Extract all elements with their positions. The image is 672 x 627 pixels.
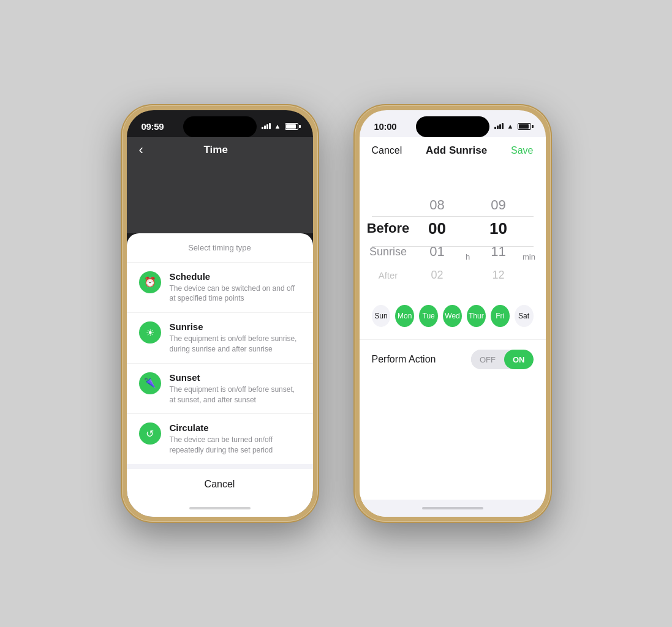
wifi-icon-right: ▲ [507,122,514,130]
page-title-right: Add Sunrise [426,145,487,157]
bottom-sheet: Select timing type ⏰ Schedule The device… [127,233,313,517]
picker-hour-08 [416,170,459,193]
picker-label-after: After [379,263,404,287]
days-row: SunMonTueWedThurFriSat [360,299,546,339]
picker-label-column: Before Sunrise After [367,170,416,287]
phone1-content: ‹ Time Select timing type ⏰ Schedule The… [127,137,313,517]
schedule-text: Schedule The device can be switched on a… [170,271,301,304]
dark-area: ‹ Time [127,137,313,233]
wifi-icon-left: ▲ [274,122,281,130]
nav-bar-left: ‹ Time [127,137,313,163]
picker-min-label: min [523,243,535,270]
sunset-text: Sunset The equipment is on/off before su… [170,372,301,405]
picker-min-09: 09 [477,193,520,217]
picker-min-empty [477,170,520,193]
circulate-desc: The device can be turned on/off repeated… [170,435,301,456]
picker-label-empty2 [388,193,395,217]
phone2-content: Cancel Add Sunrise Save Before Sunrise A… [360,137,546,517]
picker-label-before: Before [367,217,416,240]
home-indicator-left [127,500,313,517]
cancel-button-right[interactable]: Cancel [372,145,402,156]
page-title-left: Time [143,144,289,156]
signal-icon-left [262,123,271,129]
picker-min-12: 12 [477,263,520,287]
sunset-icon: 🌂 [139,372,161,394]
picker-hours-column: 08 00 01 02 [416,170,459,287]
dynamic-island-left [183,116,257,137]
timing-item-circulate[interactable]: ↺ Circulate The device can be turned on/… [127,413,313,464]
circulate-text: Circulate The device can be turned on/of… [170,422,301,456]
picker-hour-selected: 00 [416,217,459,240]
picker-mins-column: 09 10 11 12 [477,170,520,287]
sunrise-title: Sunrise [170,321,301,332]
picker-label-empty [388,170,395,193]
day-btn-fri[interactable]: Fri [491,305,510,327]
status-time-right: 10:00 [374,121,397,132]
day-btn-wed[interactable]: Wed [443,305,462,327]
toggle-off[interactable]: OFF [471,350,504,369]
picker-min-selected: 10 [477,217,520,240]
battery-icon-left [285,123,298,130]
status-time-left: 09:59 [142,121,164,132]
timing-item-sunrise[interactable]: ☀ Sunrise The equipment is on/off before… [127,312,313,363]
picker-hour-pre: 08 [416,193,459,217]
picker-hour-01: 01 [416,240,459,263]
signal-icon-right [494,123,504,129]
day-btn-mon[interactable]: Mon [395,305,414,327]
day-btn-sun[interactable]: Sun [372,305,391,327]
status-icons-right: ▲ [494,122,531,130]
toggle-switch[interactable]: OFF ON [471,350,534,369]
picker-area[interactable]: Before Sunrise After 08 00 01 02 [360,164,546,299]
schedule-title: Schedule [170,271,301,282]
timing-item-sunset[interactable]: 🌂 Sunset The equipment is on/off before … [127,363,313,414]
left-phone: 09:59 ▲ ‹ Time [122,105,318,522]
circulate-title: Circulate [170,422,301,433]
perform-action-label: Perform Action [372,354,436,365]
schedule-desc: The device can be switched on and off at… [170,283,301,304]
battery-icon-right [518,123,531,130]
picker-min-unit: min [520,170,538,287]
picker-columns: Before Sunrise After 08 00 01 02 [372,170,534,287]
sunrise-icon: ☀ [139,321,161,344]
timing-item-schedule[interactable]: ⏰ Schedule The device can be switched on… [127,262,313,313]
home-bar-right [422,507,483,509]
add-nav: Cancel Add Sunrise Save [360,137,546,164]
day-btn-sat[interactable]: Sat [515,305,534,327]
picker-hour-unit: h [459,170,477,287]
right-phone: 10:00 ▲ Cancel Add Sunrise Save [355,105,551,522]
dynamic-island-right [416,116,489,137]
sunset-desc: The equipment is on/off before sunset, a… [170,385,301,405]
save-button[interactable]: Save [511,145,533,156]
picker-hour-02: 02 [416,263,459,287]
circulate-icon: ↺ [139,422,161,445]
toggle-on[interactable]: ON [504,350,534,369]
picker-h-label: h [466,243,470,270]
schedule-icon: ⏰ [139,271,161,293]
sunrise-desc: The equipment is on/off before sunrise, … [170,334,301,355]
picker-min-11: 11 [477,240,520,263]
status-icons-left: ▲ [262,122,298,130]
day-btn-thur[interactable]: Thur [467,305,486,327]
sunrise-text: Sunrise The equipment is on/off before s… [170,321,301,355]
day-btn-tue[interactable]: Tue [419,305,438,327]
back-button[interactable]: ‹ [139,142,143,158]
sheet-cancel-button[interactable]: Cancel [127,464,313,500]
picker-label-sunrise: Sunrise [369,240,413,263]
sheet-title: Select timing type [127,243,313,262]
sunset-title: Sunset [170,372,301,383]
home-bar-left [189,507,251,509]
perform-action-row: Perform Action OFF ON [360,339,546,379]
home-indicator-right [360,500,546,517]
